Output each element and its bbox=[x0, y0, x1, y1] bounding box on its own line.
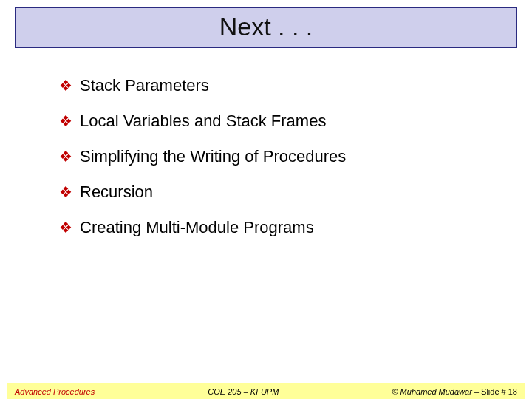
diamond-bullet-icon: ❖ bbox=[59, 185, 72, 200]
footer-left: Advanced Procedures bbox=[15, 387, 95, 396]
slide: Next . . . ❖ Stack Parameters ❖ Local Va… bbox=[0, 7, 532, 399]
footer: Advanced Procedures COE 205 – KFUPM © Mu… bbox=[7, 383, 525, 399]
diamond-bullet-icon: ❖ bbox=[59, 78, 72, 93]
footer-center: COE 205 – KFUPM bbox=[95, 387, 392, 396]
title-bar: Next . . . bbox=[15, 7, 517, 48]
item-text: Creating Multi-Module Programs bbox=[80, 218, 314, 237]
footer-author: © Muhamed Mudawar bbox=[392, 387, 471, 396]
item-text: Simplifying the Writing of Procedures bbox=[80, 147, 346, 166]
footer-sep: – bbox=[472, 387, 481, 396]
list-item: ❖ Recursion bbox=[59, 183, 532, 202]
footer-slide-number: Slide # 18 bbox=[481, 387, 517, 396]
item-text: Local Variables and Stack Frames bbox=[80, 112, 326, 131]
diamond-bullet-icon: ❖ bbox=[59, 114, 72, 129]
list-item: ❖ Creating Multi-Module Programs bbox=[59, 218, 532, 237]
content-list: ❖ Stack Parameters ❖ Local Variables and… bbox=[59, 76, 532, 237]
list-item: ❖ Simplifying the Writing of Procedures bbox=[59, 147, 532, 166]
slide-title: Next . . . bbox=[219, 13, 313, 41]
list-item: ❖ Local Variables and Stack Frames bbox=[59, 112, 532, 131]
item-text: Stack Parameters bbox=[80, 76, 209, 95]
diamond-bullet-icon: ❖ bbox=[59, 220, 72, 235]
diamond-bullet-icon: ❖ bbox=[59, 149, 72, 164]
list-item: ❖ Stack Parameters bbox=[59, 76, 532, 95]
footer-right: © Muhamed Mudawar – Slide # 18 bbox=[392, 387, 517, 396]
item-text: Recursion bbox=[80, 183, 153, 202]
